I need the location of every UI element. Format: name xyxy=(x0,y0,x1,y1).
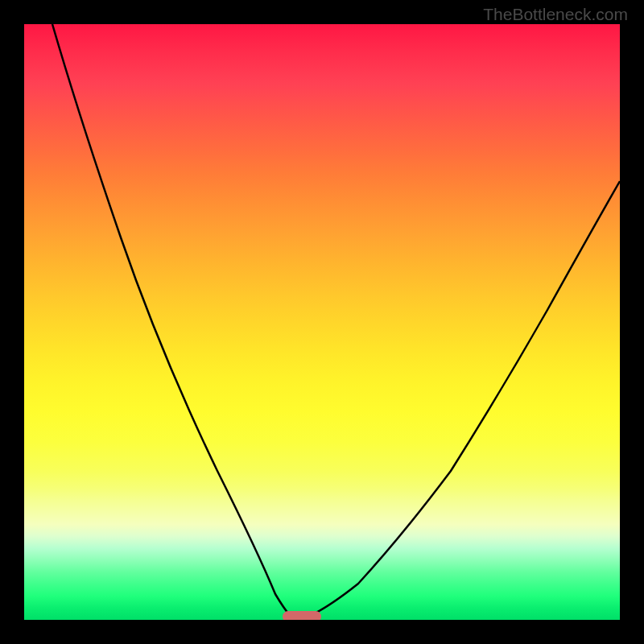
left-curve-path xyxy=(52,24,290,615)
bottleneck-marker xyxy=(283,611,321,620)
curve-svg xyxy=(24,24,620,620)
right-curve-path xyxy=(306,181,620,617)
chart-container xyxy=(24,24,620,620)
watermark-text: TheBottleneck.com xyxy=(483,5,628,24)
